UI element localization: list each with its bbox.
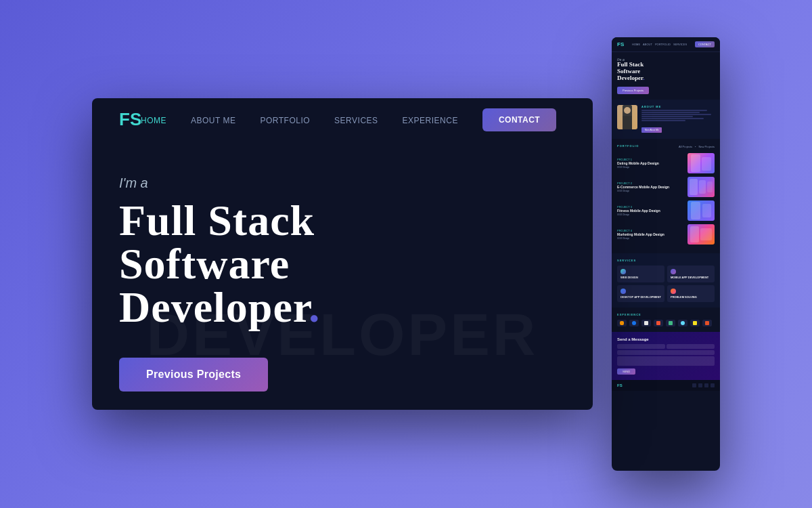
sp-services: SERVICES WEB DESIGN MOBILE APP DEVELOPME… [612, 253, 720, 308]
contact-button[interactable]: CONTACT [482, 108, 556, 131]
service-web-design: WEB DESIGN [617, 266, 664, 282]
navbar: FS HOME ABOUT ME PORTFOLIO SERVICES EXPE… [92, 98, 593, 142]
svg-rect-11 [690, 226, 699, 242]
sp-contact-btn: CONTACT [695, 41, 715, 47]
svg-rect-12 [700, 228, 712, 240]
svg-rect-10 [702, 204, 711, 217]
svg-text:FS: FS [119, 110, 141, 129]
hero-section: I'm a Full Stack Software Developer. Pre… [92, 142, 593, 410]
previous-projects-button[interactable]: Previous Projects [119, 358, 268, 391]
svg-rect-4 [691, 154, 700, 172]
hero-title: Full Stack Software Developer. [119, 199, 566, 329]
service-desktop-app: DESKTOP APP DEVELOPMENT [617, 285, 664, 302]
sp-logo: FS [617, 41, 624, 47]
nav-item-portfolio[interactable]: PORTFOLIO [260, 114, 310, 126]
nav-links: HOME ABOUT ME PORTFOLIO SERVICES EXPERIE… [141, 108, 556, 131]
svg-rect-5 [702, 157, 711, 171]
sp-project-4: PROJECT 4 Marketing Mobile App Design UI… [617, 224, 715, 245]
svg-rect-9 [691, 202, 700, 219]
sp-about-photo [617, 105, 637, 129]
nav-item-home[interactable]: HOME [141, 114, 166, 126]
sp-project-1: PROJECT 1 Dating Mobile App Design UI/UX… [617, 153, 715, 173]
svg-rect-7 [699, 180, 706, 194]
sp-nav-links: HOME ABOUT PORTFOLIO SERVICES [632, 43, 687, 46]
nav-item-experience[interactable]: EXPERIENCE [403, 114, 458, 126]
sp-experience: EXPERIENCE [612, 308, 720, 332]
svg-rect-6 [690, 179, 698, 195]
svg-rect-8 [707, 182, 713, 192]
nav-item-services[interactable]: SERVICES [334, 114, 378, 126]
svg-point-2 [624, 107, 631, 114]
sp-project-2: PROJECT 2 E-Commerce Mobile App Design U… [617, 177, 715, 197]
sp-contact: Send a Message SEND [612, 332, 720, 380]
sp-hero: I'm a Full StackSoftwareDeveloper. Previ… [612, 52, 720, 100]
sp-project-3: PROJECT 3 Fitness Mobile App Design UI/U… [617, 200, 715, 221]
nav-item-about[interactable]: ABOUT ME [191, 114, 235, 126]
sp-footer: FS [612, 380, 720, 391]
svg-rect-3 [623, 116, 632, 129]
sp-portfolio: PORTFOLIO All Projects • New Projects PR… [612, 139, 720, 253]
logo: FS [119, 110, 141, 129]
sp-navbar: FS HOME ABOUT PORTFOLIO SERVICES CONTACT [612, 37, 720, 52]
service-problem-solving: PROBLEM SOLVING [667, 285, 715, 302]
service-mobile-app: MOBILE APP DEVELOPMENT [667, 266, 715, 282]
sp-hero-title: Full StackSoftwareDeveloper. [617, 62, 715, 82]
sp-about: ABOUT ME More About Me [612, 100, 720, 139]
main-preview-card: DEVELOPER FS HOME ABOUT ME PORTFOLIO [92, 98, 593, 410]
sp-hero-btn: Previous Projects [617, 87, 649, 94]
sp-about-text: ABOUT ME More About Me [641, 105, 715, 133]
scroll-preview: FS HOME ABOUT PORTFOLIO SERVICES CONTACT… [612, 37, 720, 471]
hero-subtitle: I'm a [119, 175, 566, 191]
